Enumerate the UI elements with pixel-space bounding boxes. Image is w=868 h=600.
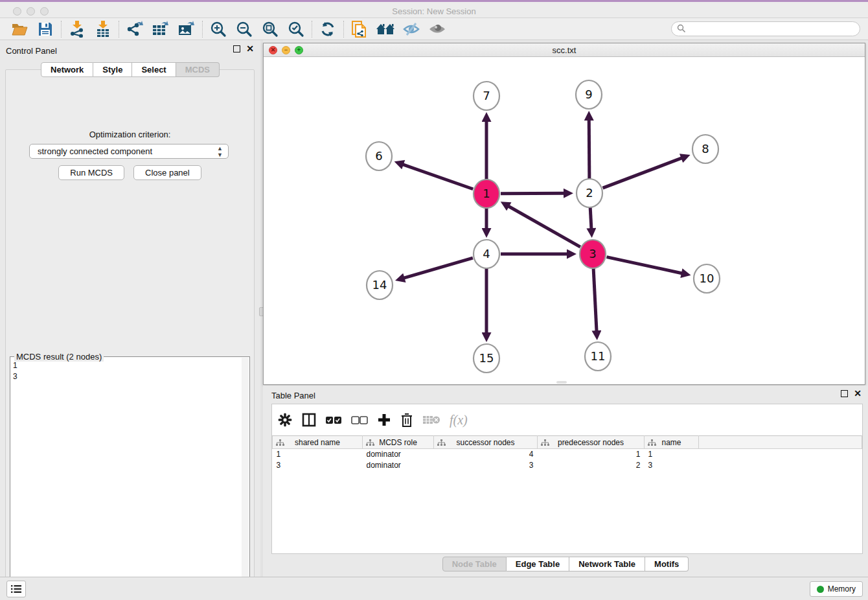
delete-column-trash-icon[interactable] <box>400 410 413 430</box>
select-all-rows-icon[interactable] <box>325 410 342 430</box>
graph-edge-2-9[interactable] <box>589 119 589 179</box>
graph-node-8[interactable]: 8 <box>692 135 718 163</box>
memory-button[interactable]: Memory <box>810 581 863 597</box>
graph-node-3[interactable]: 3 <box>580 240 606 268</box>
graph-edge-1-6[interactable] <box>402 164 473 189</box>
save-session-icon[interactable] <box>32 19 58 39</box>
toolbar-separator <box>312 21 312 38</box>
mcds-result-scrollbar[interactable] <box>242 358 249 589</box>
tab-motifs[interactable]: Motifs <box>645 557 689 571</box>
network-graph[interactable]: 7968124314101511 <box>264 57 865 384</box>
table-row[interactable]: 1dominator411 <box>273 449 862 460</box>
table-cell[interactable]: dominator <box>363 460 434 471</box>
table-cell[interactable]: 1 <box>538 449 645 460</box>
table-panel-close-icon[interactable]: ✕ <box>854 390 862 397</box>
table-row[interactable]: 3dominator323 <box>273 460 862 471</box>
first-neighbors-icon[interactable] <box>372 19 398 39</box>
export-network-icon[interactable] <box>122 19 148 39</box>
import-network-icon[interactable] <box>64 19 90 39</box>
column-header-predecessor-nodes[interactable]: predecessor nodes <box>538 436 645 449</box>
graph-node-7[interactable]: 7 <box>474 82 499 110</box>
tab-select[interactable]: Select <box>132 62 176 77</box>
tab-node-table[interactable]: Node Table <box>442 557 507 571</box>
graph-node-15[interactable]: 15 <box>474 344 499 373</box>
zoom-selected-icon[interactable] <box>283 19 309 39</box>
zoom-fit-icon[interactable] <box>257 19 283 39</box>
table-cell[interactable]: 2 <box>538 460 645 471</box>
optimization-criterion-select[interactable]: strongly connected component ▲▼ <box>29 144 229 159</box>
column-header-MCDS-role[interactable]: MCDS role <box>363 436 434 449</box>
close-panel-button[interactable]: Close panel <box>133 165 201 180</box>
refresh-layout-icon[interactable] <box>315 19 341 39</box>
table-cell[interactable]: 4 <box>434 449 538 460</box>
export-table-icon[interactable] <box>148 19 174 39</box>
tab-style[interactable]: Style <box>93 62 132 77</box>
table-cell[interactable]: 1 <box>645 449 699 460</box>
graph-edge-3-10[interactable] <box>607 257 683 274</box>
show-all-icon[interactable] <box>424 19 450 39</box>
control-panel-body: Optimization criterion: strongly connect… <box>5 69 255 600</box>
new-network-from-selection-icon[interactable] <box>347 19 372 39</box>
table-cell[interactable]: dominator <box>363 449 434 460</box>
titlebar: Session: New Session <box>0 0 868 18</box>
mcds-result-title: MCDS result (2 nodes) <box>14 352 104 362</box>
show-columns-icon[interactable] <box>302 410 316 430</box>
graph-edge-2-8[interactable] <box>603 157 683 188</box>
optimization-criterion-value: strongly connected component <box>38 146 152 156</box>
toolbar-separator <box>343 21 344 38</box>
mcds-result-text[interactable]: 1 3 <box>13 360 17 382</box>
graph-edge-1-2[interactable] <box>501 193 565 194</box>
tab-network[interactable]: Network <box>41 62 93 77</box>
graph-edge-2-3[interactable] <box>590 207 591 230</box>
graph-node-10[interactable]: 10 <box>694 264 720 293</box>
deselect-all-rows-icon[interactable] <box>351 410 368 430</box>
graph-node-6[interactable]: 6 <box>366 142 392 170</box>
column-header-name[interactable]: name <box>645 436 699 449</box>
search-input[interactable] <box>671 21 860 36</box>
column-header-shared-name[interactable]: shared name <box>273 436 363 449</box>
mcds-result-box: MCDS result (2 nodes) 1 3 <box>10 356 250 600</box>
network-canvas[interactable]: 7968124314101511 <box>264 57 865 384</box>
zoom-in-icon[interactable] <box>205 19 231 39</box>
control-panel-close-icon[interactable]: ✕ <box>246 45 254 52</box>
table-panel-tabs: Node TableEdge TableNetwork TableMotifs <box>263 557 868 571</box>
graph-node-4[interactable]: 4 <box>474 240 499 268</box>
network-window-titlebar[interactable]: ✕ − + scc.txt <box>264 43 865 57</box>
graph-node-14[interactable]: 14 <box>367 271 393 299</box>
graph-edge-3-11[interactable] <box>593 268 597 332</box>
node-table: shared nameMCDS rolesuccessor nodesprede… <box>272 435 862 471</box>
export-image-icon[interactable] <box>174 19 200 39</box>
canvas-resize-grip[interactable] <box>556 381 567 384</box>
control-panel-title: Control Panel <box>6 46 57 56</box>
tab-edge-table[interactable]: Edge Table <box>507 557 569 571</box>
zoom-out-icon[interactable] <box>231 19 257 39</box>
graph-node-11[interactable]: 11 <box>585 342 611 371</box>
control-panel-float-button[interactable] <box>233 45 240 52</box>
tab-mcds[interactable]: MCDS <box>176 62 220 77</box>
graph-node-9[interactable]: 9 <box>576 80 602 109</box>
control-panel-header: Control Panel ✕ <box>0 44 260 58</box>
hide-selected-icon[interactable] <box>398 19 424 39</box>
table-cell[interactable]: 3 <box>273 460 363 471</box>
table-panel-float-button[interactable] <box>841 390 848 397</box>
column-header-successor-nodes[interactable]: successor nodes <box>434 436 538 449</box>
table-panel-title: Table Panel <box>271 391 315 400</box>
graph-edge-4-14[interactable] <box>403 258 473 279</box>
graph-edge-3-1[interactable] <box>507 205 580 247</box>
create-column-plus-icon[interactable] <box>377 410 391 430</box>
table-cell[interactable]: 3 <box>434 460 538 471</box>
task-history-button[interactable] <box>6 581 26 597</box>
table-cell[interactable]: 3 <box>645 460 699 471</box>
import-table-icon[interactable] <box>90 19 116 39</box>
open-session-icon[interactable] <box>6 19 32 39</box>
table-cell[interactable]: 1 <box>273 449 363 460</box>
table-settings-gear-icon[interactable] <box>277 410 293 430</box>
run-mcds-button[interactable]: Run MCDS <box>58 165 124 180</box>
node-label: 3 <box>589 247 596 260</box>
table-cell-filler <box>699 460 862 471</box>
tab-network-table[interactable]: Network Table <box>569 557 645 571</box>
control-panel: Control Panel ✕ NetworkStyleSelectMCDS O… <box>0 40 260 577</box>
graph-node-2[interactable]: 2 <box>577 179 602 207</box>
node-label: 6 <box>375 149 382 163</box>
graph-node-1[interactable]: 1 <box>474 179 499 208</box>
